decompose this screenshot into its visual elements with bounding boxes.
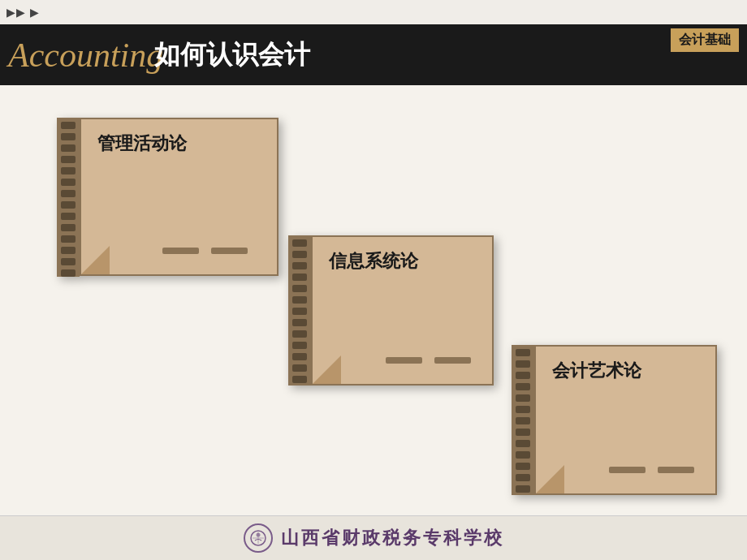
card-spine-1 bbox=[57, 118, 80, 277]
main-content: 管理活动论 信息 bbox=[0, 85, 747, 515]
course-badge: 会计基础 bbox=[671, 28, 739, 52]
spine-hole bbox=[61, 224, 76, 231]
card-spine-2 bbox=[288, 235, 311, 386]
spine-hole bbox=[516, 383, 530, 390]
footer: 山西省财政税务专科学校 bbox=[0, 515, 747, 560]
spine-hole bbox=[292, 239, 307, 247]
card-body-1: 管理活动论 bbox=[80, 118, 279, 276]
spine-hole bbox=[292, 364, 307, 372]
card-body-2: 信息系统论 bbox=[311, 235, 494, 386]
school-emblem bbox=[244, 523, 273, 553]
spine-hole bbox=[292, 330, 307, 338]
spine-hole bbox=[61, 144, 76, 152]
page-title: 如何认识会计 bbox=[130, 37, 310, 73]
svg-point-1 bbox=[256, 533, 260, 537]
card-corner-2 bbox=[313, 355, 341, 384]
spine-hole bbox=[516, 485, 530, 493]
spine-hole bbox=[292, 319, 307, 326]
accounting-title: Accounting bbox=[0, 36, 130, 75]
spine-hole bbox=[61, 179, 76, 186]
spine-hole bbox=[516, 349, 530, 356]
spine-hole bbox=[516, 429, 530, 436]
card-title-3: 会计艺术论 bbox=[536, 347, 715, 391]
spine-hole bbox=[61, 190, 76, 197]
spine-hole bbox=[292, 296, 307, 304]
spine-hole bbox=[292, 353, 307, 360]
card-lines-1 bbox=[162, 248, 248, 254]
card-line bbox=[211, 248, 248, 254]
spine-hole bbox=[61, 258, 76, 265]
spine-hole bbox=[516, 451, 530, 459]
card-line bbox=[434, 357, 471, 364]
spine-hole bbox=[516, 474, 530, 481]
spine-hole bbox=[292, 342, 307, 349]
card-corner-3 bbox=[536, 465, 564, 493]
school-name: 山西省财政税务专科学校 bbox=[281, 526, 504, 550]
card-line bbox=[609, 467, 646, 473]
spine-hole bbox=[61, 269, 76, 277]
spine-hole bbox=[61, 247, 76, 254]
header: Accounting 如何认识会计 会计基础 bbox=[0, 24, 747, 85]
spine-hole bbox=[516, 417, 530, 424]
card-line bbox=[386, 357, 422, 364]
spine-hole bbox=[516, 372, 530, 379]
spine-hole bbox=[516, 360, 530, 368]
card-title-2: 信息系统论 bbox=[313, 237, 492, 282]
card-xinxi[interactable]: 信息系统论 bbox=[288, 235, 494, 386]
navigation-arrows[interactable]: ▶▶ ▶ bbox=[6, 6, 40, 19]
spine-hole bbox=[516, 463, 530, 470]
spine-hole bbox=[292, 274, 307, 281]
spine-hole bbox=[292, 262, 307, 269]
spine-hole bbox=[292, 376, 307, 383]
card-yishu[interactable]: 会计艺术论 bbox=[512, 345, 717, 495]
card-lines-2 bbox=[386, 357, 471, 364]
card-line bbox=[658, 467, 694, 473]
card-body-3: 会计艺术论 bbox=[534, 345, 717, 495]
spine-hole bbox=[61, 167, 76, 174]
spine-hole bbox=[61, 213, 76, 220]
spine-hole bbox=[516, 394, 530, 402]
top-bar: ▶▶ ▶ bbox=[0, 0, 747, 24]
card-inner-3: 会计艺术论 bbox=[534, 345, 717, 495]
spine-hole bbox=[61, 156, 76, 163]
card-lines-3 bbox=[609, 467, 694, 473]
card-inner-1: 管理活动论 bbox=[80, 118, 279, 276]
spine-hole bbox=[516, 406, 530, 413]
spine-hole bbox=[61, 133, 76, 140]
card-spine-3 bbox=[512, 345, 534, 495]
spine-hole bbox=[292, 285, 307, 292]
emblem-icon bbox=[249, 529, 267, 547]
spine-hole bbox=[292, 308, 307, 315]
spine-hole bbox=[61, 122, 76, 129]
spine-hole bbox=[61, 201, 76, 209]
footer-logo: 山西省财政税务专科学校 bbox=[244, 523, 504, 553]
card-title-1: 管理活动论 bbox=[81, 119, 277, 164]
spine-hole bbox=[516, 440, 530, 447]
spine-hole bbox=[61, 235, 76, 243]
card-line bbox=[162, 248, 199, 254]
card-corner-1 bbox=[81, 246, 110, 274]
spine-hole bbox=[292, 251, 307, 258]
card-guanli[interactable]: 管理活动论 bbox=[57, 118, 279, 277]
card-inner-2: 信息系统论 bbox=[311, 235, 494, 386]
